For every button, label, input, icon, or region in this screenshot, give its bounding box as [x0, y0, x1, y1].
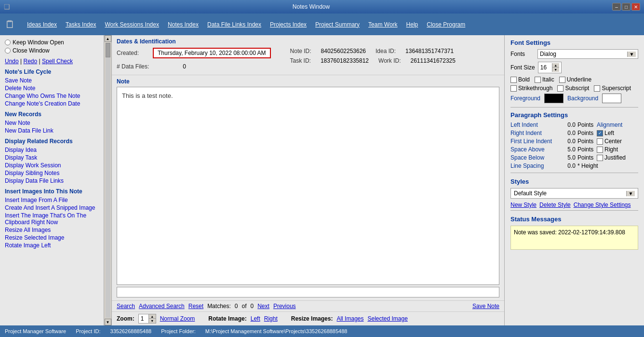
selected-image-link[interactable]: Selected Image: [367, 315, 407, 322]
save-note-search-bar-link[interactable]: Save Note: [472, 303, 499, 310]
fonts-arrow[interactable]: ▼: [627, 52, 636, 57]
reset-link[interactable]: Reset: [188, 303, 203, 310]
zoom-up-btn[interactable]: ▲: [149, 314, 156, 319]
zoom-spinners[interactable]: ▲ ▼: [148, 314, 156, 323]
insert-image-file-link[interactable]: Insert Image From A File: [5, 197, 102, 203]
strikethrough-checkbox[interactable]: Strikethrough: [510, 85, 552, 92]
bold-cb[interactable]: [510, 77, 517, 83]
right-align-cb[interactable]: [597, 147, 603, 153]
advanced-search-link[interactable]: Advanced Search: [139, 303, 185, 310]
menu-notes-index[interactable]: Notes Index: [168, 21, 199, 28]
delete-style-btn[interactable]: Delete Style: [539, 202, 571, 208]
display-task-link[interactable]: Display Task: [5, 154, 102, 161]
note-input-bar[interactable]: [117, 287, 499, 297]
font-size-spinners[interactable]: ▲ ▼: [552, 63, 559, 72]
zoom-down-btn[interactable]: ▼: [149, 319, 156, 323]
strikethrough-cb[interactable]: [510, 85, 517, 92]
underline-cb[interactable]: [559, 77, 565, 83]
undo-link[interactable]: Undo: [5, 58, 19, 65]
scroll-thumb[interactable]: [106, 43, 110, 57]
italic-cb[interactable]: [535, 77, 541, 83]
foreground-color-box[interactable]: [544, 94, 564, 103]
display-data-file-links-link[interactable]: Display Data File Links: [5, 177, 102, 184]
menu-help[interactable]: Help: [406, 21, 418, 28]
change-settings-btn[interactable]: Change Style Settings: [574, 202, 631, 208]
sidebar-scrollbar[interactable]: ▲ ▼: [104, 35, 111, 325]
subscript-cb[interactable]: [557, 85, 564, 92]
previous-link[interactable]: Previous: [273, 303, 296, 310]
scroll-down-btn[interactable]: ▼: [105, 319, 111, 325]
change-owner-link[interactable]: Change Who Owns The Note: [5, 93, 102, 99]
minimize-button[interactable]: –: [612, 3, 621, 11]
rotate-image-left-link[interactable]: Rotate Image Left: [5, 242, 102, 249]
created-value: Thursday, February 10, 2022 08:00:00 AM: [153, 48, 271, 58]
zoom-control[interactable]: 1 ▲ ▼: [138, 314, 156, 324]
scroll-track: [106, 43, 110, 318]
menu-work-sessions-index[interactable]: Work Sessions Index: [105, 21, 159, 28]
right-align-checkbox[interactable]: Right: [597, 146, 618, 153]
menu-bar: 🗒 Ideas Index Tasks Index Work Sessions …: [0, 13, 644, 35]
menu-data-file-links[interactable]: Data File Links Index: [207, 21, 261, 28]
background-color-box[interactable]: [602, 94, 621, 103]
rotate-right-link[interactable]: Right: [264, 315, 278, 322]
change-creation-date-link[interactable]: Change Note's Creation Date: [5, 100, 102, 107]
left-align-cb[interactable]: ✓: [597, 130, 603, 136]
close-window-radio[interactable]: Close Window: [5, 47, 102, 54]
menu-close-program[interactable]: Close Program: [427, 21, 465, 28]
superscript-cb[interactable]: [594, 85, 600, 92]
rotate-left-link[interactable]: Left: [251, 315, 260, 322]
bold-checkbox[interactable]: Bold: [510, 76, 530, 83]
note-id-value: 84025602253626: [321, 48, 366, 54]
justified-align-cb[interactable]: [597, 155, 603, 161]
menu-tasks-index[interactable]: Tasks Index: [66, 21, 96, 28]
resize-selected-image-link[interactable]: Resize Selected Image: [5, 234, 102, 241]
insert-clipboard-image-link[interactable]: Insert The Image That's On The Clipboard…: [5, 212, 102, 226]
delete-note-link[interactable]: Delete Note: [5, 85, 102, 92]
menu-projects-index[interactable]: Projects Index: [270, 21, 307, 28]
resize-all-images-link[interactable]: Resize All Images: [5, 227, 102, 233]
line-spacing-unit: * Height: [577, 162, 606, 169]
font-size-down[interactable]: ▼: [552, 67, 559, 72]
fonts-dropdown[interactable]: Dialog ▼: [537, 49, 638, 59]
subscript-checkbox[interactable]: Subscript: [557, 85, 589, 92]
note-editor[interactable]: This is a test note.: [117, 87, 499, 285]
styles-dropdown[interactable]: Default Style ▼: [510, 188, 638, 199]
menu-project-summary[interactable]: Project Summary: [315, 21, 360, 28]
save-note-link[interactable]: Save Note: [5, 77, 102, 84]
title-bar: ❑ Notes Window – □ ✕: [0, 0, 644, 13]
display-sibling-notes-link[interactable]: Display Sibling Notes: [5, 170, 102, 176]
space-above-label: Space Above: [510, 146, 561, 153]
font-size-control[interactable]: 16 ▲ ▼: [538, 62, 562, 73]
left-align-checkbox[interactable]: ✓ Left: [597, 130, 614, 136]
center-align-cb[interactable]: [597, 138, 603, 145]
search-link[interactable]: Search: [117, 303, 135, 310]
restore-button[interactable]: □: [622, 3, 631, 11]
spell-check-link[interactable]: Spell Check: [42, 58, 73, 65]
justified-align-checkbox[interactable]: Justified: [597, 154, 626, 161]
justified-align-label: Justified: [604, 154, 626, 161]
menu-ideas-index[interactable]: Ideas Index: [27, 21, 57, 28]
scroll-up-btn[interactable]: ▲: [105, 35, 111, 42]
bold-label: Bold: [518, 76, 530, 83]
create-snipped-image-link[interactable]: Create And Insert A Snipped Image: [5, 204, 102, 211]
menu-team-work[interactable]: Team Work: [368, 21, 397, 28]
new-style-btn[interactable]: New Style: [510, 202, 537, 208]
redo-link[interactable]: Redo: [23, 58, 37, 65]
new-data-file-link[interactable]: New Data File Link: [5, 127, 102, 134]
center-align-checkbox[interactable]: Center: [597, 138, 622, 145]
underline-checkbox[interactable]: Underline: [559, 76, 591, 83]
new-note-link[interactable]: New Note: [5, 120, 102, 126]
styles-arrow[interactable]: ▼: [626, 191, 635, 196]
software-name: Project Manager Software: [5, 328, 66, 334]
all-images-link[interactable]: All Images: [336, 315, 363, 322]
normal-zoom-link[interactable]: Normal Zoom: [160, 315, 195, 322]
next-link[interactable]: Next: [257, 303, 269, 310]
superscript-checkbox[interactable]: Superscript: [594, 85, 631, 92]
font-size-up[interactable]: ▲: [552, 63, 559, 67]
display-work-session-link[interactable]: Display Work Session: [5, 162, 102, 169]
display-idea-link[interactable]: Display Idea: [5, 147, 102, 153]
close-button[interactable]: ✕: [631, 3, 640, 11]
keep-window-open-radio[interactable]: Keep Window Open: [5, 39, 102, 46]
italic-checkbox[interactable]: Italic: [535, 76, 554, 83]
right-indent-unit: Points: [577, 130, 597, 136]
